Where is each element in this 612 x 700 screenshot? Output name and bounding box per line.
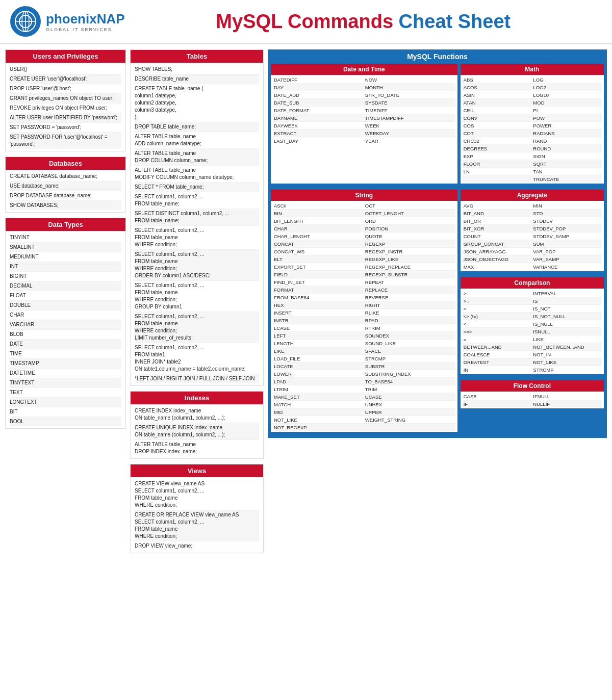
list-item: SHOW DATABASES; — [10, 201, 121, 210]
flowcontrol-section: Flow Control CASEIFNULL IFNULLIF — [461, 380, 604, 408]
list-item: NOT_REGEXP — [273, 424, 455, 431]
users-section: Users and Privileges USER() CREATE USER … — [5, 49, 126, 151]
page-header: phoenixNAP GLOBAL IT SERVICES MySQL Comm… — [0, 0, 612, 44]
list-item: CASEIFNULL — [463, 393, 602, 400]
list-item: TINYINT — [10, 233, 121, 243]
list-item: CREATE INDEX index_name ON table_name (c… — [135, 406, 259, 423]
flowcontrol-body: CASEIFNULL IFNULLIF — [461, 392, 604, 408]
list-item: DESCRIBE table_name — [135, 74, 259, 84]
math-body: ABSLOG ACOSLOG2 ASINLOG10 ATANMOD CEILPI… — [461, 75, 604, 184]
aggregate-header: Aggregate — [461, 190, 604, 201]
list-item: SELECT DISTINCT column1, column2, ... FR… — [135, 209, 259, 226]
list-item: SHOW TABLES; — [135, 65, 259, 74]
list-item: COUNTSTDDEV_SAMP — [463, 232, 602, 240]
list-item: FLOORSQRT — [463, 160, 602, 168]
flowcontrol-header: Flow Control — [461, 380, 604, 392]
string-header: String — [271, 190, 457, 201]
list-item: SELECT column1, column2 ... FROM table_n… — [135, 192, 259, 209]
list-item: =LIKE — [463, 335, 602, 343]
functions-area: MySQL Functions Date and Time DATEDIFFNO… — [268, 49, 607, 438]
list-item: FLOAT — [10, 291, 121, 301]
list-item: DROP DATABASE database_name; — [10, 191, 121, 201]
list-item: FIND_IN_SETREPEAT — [273, 278, 455, 286]
list-item: LTRIMTRIM — [273, 385, 455, 393]
list-item: GROUP_CONCATSUM — [463, 240, 602, 248]
list-item: CONCAT_WSREGEXP_INSTR — [273, 248, 455, 255]
list-item: CREATE VIEW view_name AS SELECT column1,… — [135, 479, 259, 510]
list-item: EXPORT_SETREGEXP_REPLACE — [273, 263, 455, 271]
list-item: SELECT column1, column2, ... FROM table1… — [135, 343, 259, 374]
list-item: <=>ISNULL — [463, 328, 602, 335]
list-item: ASCIIOCT — [273, 202, 455, 210]
list-item: EXTRACTWEEKDAY — [273, 129, 455, 137]
views-section: Views CREATE VIEW view_name AS SELECT co… — [130, 464, 264, 553]
list-item: FIELDREGEXP_SUBSTR — [273, 271, 455, 278]
users-body: USER() CREATE USER 'user'@'localhost'; D… — [6, 63, 125, 151]
list-item: ABSLOG — [463, 76, 602, 84]
datatypes-header: Data Types — [6, 218, 125, 231]
math-header: Math — [461, 64, 604, 75]
list-item: BIT_XORSTDDEV_POP — [463, 225, 602, 232]
list-item: EXPSIGN — [463, 152, 602, 160]
list-item: TIME — [10, 349, 121, 359]
list-item: GRANT privileges_names ON object TO user… — [10, 94, 121, 103]
list-item: DAYWEEKWEEK — [273, 122, 455, 129]
list-item: DATETIME — [10, 369, 121, 378]
databases-header: Databases — [6, 157, 125, 170]
list-item: DATE_FORMATTIMEDIFF — [273, 107, 455, 114]
comparison-body: >INTERVAL >=IS <IS_NOT <> (!=)IS_NOT_NUL… — [461, 289, 604, 374]
list-item: DROP TABLE table_name; — [135, 122, 259, 132]
list-item: LEFTSOUNDEX — [273, 332, 455, 340]
logo-brand: phoenixNAP — [46, 11, 125, 27]
list-item: DROP VIEW view_name; — [135, 541, 259, 551]
list-item: JSON_ARRAYAGGVAR_POP — [463, 248, 602, 255]
list-item: FORMATREPLACE — [273, 286, 455, 294]
list-item: NOT_LIKEWEIGHT_STRING — [273, 416, 455, 424]
list-item: SMALLINT — [10, 243, 121, 252]
list-item: DAYNAMETIMESTAMPDIFF — [273, 114, 455, 122]
list-item: >=IS — [463, 297, 602, 305]
comparison-section: Comparison >INTERVAL >=IS <IS_NOT <> (!=… — [461, 277, 604, 374]
string-body: ASCIIOCT BINOCTET_LENGHT BIT_LENGHTORD C… — [271, 201, 457, 432]
list-item: INSTRCMP — [463, 366, 602, 373]
list-item: CHAR — [10, 310, 121, 320]
list-item: MATCHUNHEX — [273, 401, 455, 408]
list-item: BIT_ORSTDDEV — [463, 217, 602, 225]
list-item: LCASERTRIM — [273, 324, 455, 332]
list-item: BIT_ANDSTD — [463, 210, 602, 217]
list-item: FROM_BASE64REVERSE — [273, 294, 455, 301]
logo-icon — [10, 6, 41, 37]
math-section: Math ABSLOG ACOSLOG2 ASINLOG10 ATANMOD C… — [461, 64, 604, 184]
list-item: BINOCTET_LENGHT — [273, 210, 455, 217]
list-item: MEDIUMINT — [10, 252, 121, 262]
list-item: AVGMIN — [463, 202, 602, 210]
datetime-body: DATEDIFFNOW DAYMONTH DATE_ADDSTR_TO_DATE… — [271, 75, 457, 145]
list-item: BOOL — [10, 417, 121, 426]
list-item: CHAR_LENGHTQUOTE — [273, 232, 455, 240]
list-item: DATE_ADDSTR_TO_DATE — [273, 91, 455, 99]
string-section: String ASCIIOCT BINOCTET_LENGHT BIT_LENG… — [271, 190, 457, 432]
list-item: LNTAN — [463, 168, 602, 175]
comparison-header: Comparison — [461, 277, 604, 289]
list-item: INSTRRPAD — [273, 317, 455, 324]
list-item: TINYTEXT — [10, 378, 121, 388]
list-item: CREATE OR REPLACE VIEW view_name AS SELE… — [135, 510, 259, 541]
list-item: DEGREESROUND — [463, 145, 602, 152]
list-item: LONGTEXT — [10, 398, 121, 407]
views-body: CREATE VIEW view_name AS SELECT column1,… — [131, 477, 263, 553]
datatypes-body: TINYINT SMALLINT MEDIUMINT INT BIGINT DE… — [6, 231, 125, 428]
list-item: CREATE DATABASE database_name; — [10, 172, 121, 182]
list-item: ATANMOD — [463, 99, 602, 107]
list-item: BLOB — [10, 330, 121, 340]
list-item: ASINLOG10 — [463, 91, 602, 99]
list-item: COALESCENOT_IN — [463, 351, 602, 358]
list-item: SET PASSWORD = 'password'; — [10, 123, 121, 133]
list-item: <> (!=)IS_NOT_NULL — [463, 313, 602, 320]
list-item: TEXT — [10, 388, 121, 398]
list-item: COTRADIANS — [463, 129, 602, 137]
list-item: REVOKE privileges ON object FROM user; — [10, 103, 121, 113]
list-item: MIDUPPER — [273, 408, 455, 416]
indexes-body: CREATE INDEX index_name ON table_name (c… — [131, 404, 263, 458]
list-item: ALTER TABLE table_name MODIFY COLUMN col… — [135, 166, 259, 183]
list-item: BIGINT — [10, 272, 121, 281]
